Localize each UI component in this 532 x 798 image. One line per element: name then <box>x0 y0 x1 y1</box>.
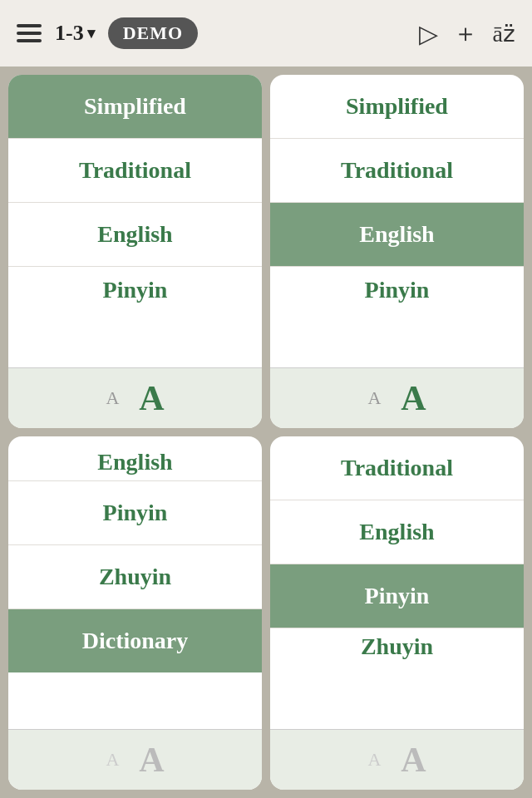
card-item-english[interactable]: English <box>8 203 262 267</box>
card-item-dictionary[interactable]: Dictionary <box>8 609 262 672</box>
card-item-simplified[interactable]: Simplified <box>8 75 262 139</box>
font-small-button[interactable]: A <box>367 749 381 771</box>
card-top-right-items: Simplified Traditional English Pinyin <box>270 75 524 367</box>
card-item-english[interactable]: English <box>270 203 524 267</box>
card-bottom-right-items: Traditional English Pinyin Zhuyin <box>270 436 524 729</box>
card-top-right: Simplified Traditional English Pinyin A … <box>270 75 524 428</box>
font-large-button[interactable]: A <box>139 740 164 780</box>
version-badge[interactable]: 1-3 ▾ <box>55 21 95 46</box>
card-item-pinyin[interactable]: Pinyin <box>8 481 262 545</box>
card-item-pinyin[interactable]: Pinyin <box>270 564 524 628</box>
font-small-button[interactable]: A <box>106 749 119 771</box>
main-area: Simplified Traditional English Pinyin A … <box>0 66 532 798</box>
play-icon[interactable]: ▷ <box>419 19 438 48</box>
card-item-traditional[interactable]: Traditional <box>270 139 524 203</box>
card-bottom-left-footer: A A <box>8 729 262 790</box>
font-large-button[interactable]: A <box>401 740 426 780</box>
font-small-button[interactable]: A <box>367 387 381 409</box>
font-large-button[interactable]: A <box>139 378 164 418</box>
font-small-button[interactable]: A <box>106 387 119 409</box>
card-top-left-items: Simplified Traditional English Pinyin <box>8 75 262 367</box>
card-bottom-right-footer: A A <box>270 729 524 790</box>
font-icon[interactable]: āz̈ <box>493 20 515 47</box>
chevron-down-icon: ▾ <box>87 24 95 42</box>
card-bottom-left: English Pinyin Zhuyin Dictionary A A <box>8 436 262 790</box>
card-item-english-partial[interactable]: English <box>8 436 262 481</box>
add-icon[interactable]: ＋ <box>453 17 478 51</box>
card-item-traditional[interactable]: Traditional <box>8 139 262 203</box>
header-right: ▷ ＋ āz̈ <box>419 17 515 51</box>
card-item-zhuyin[interactable]: Zhuyin <box>8 545 262 609</box>
card-item-simplified[interactable]: Simplified <box>270 75 524 139</box>
card-top-left-footer: A A <box>8 367 262 428</box>
card-item-zhuyin-partial[interactable]: Zhuyin <box>270 628 524 673</box>
card-top-left: Simplified Traditional English Pinyin A … <box>8 75 262 428</box>
card-item-traditional[interactable]: Traditional <box>270 436 524 500</box>
version-label: 1-3 <box>55 21 84 46</box>
card-top-right-footer: A A <box>270 367 524 428</box>
card-item-pinyin-partial[interactable]: Pinyin <box>8 267 262 308</box>
font-large-button[interactable]: A <box>401 378 426 418</box>
header-left: 1-3 ▾ DEMO <box>17 17 198 49</box>
header: 1-3 ▾ DEMO ▷ ＋ āz̈ <box>0 0 532 66</box>
card-bottom-left-items: English Pinyin Zhuyin Dictionary <box>8 436 262 729</box>
menu-icon[interactable] <box>17 24 42 42</box>
card-item-pinyin-partial[interactable]: Pinyin <box>270 267 524 308</box>
card-item-english[interactable]: English <box>270 500 524 564</box>
card-bottom-right: Traditional English Pinyin Zhuyin A A <box>270 436 524 790</box>
demo-badge[interactable]: DEMO <box>108 17 198 49</box>
